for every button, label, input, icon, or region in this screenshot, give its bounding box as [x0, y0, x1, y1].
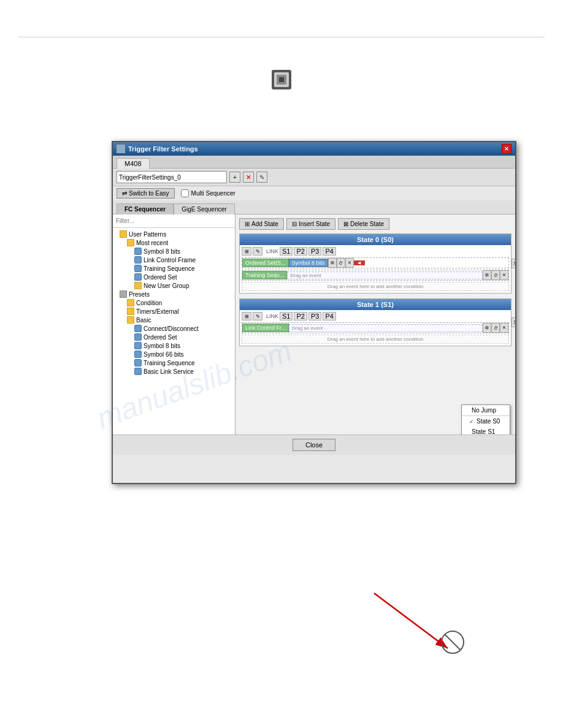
tree-basic-connect[interactable]: Connect/Disconnect — [115, 324, 233, 333]
multi-sequencer-checkbox-row[interactable]: Multi Sequencer — [181, 189, 236, 197]
folder-icon — [127, 239, 134, 246]
switch-row: ⇄ Switch to Easy Multi Sequencer — [113, 186, 515, 200]
tree-item-training[interactable]: Training Sequence — [115, 264, 233, 273]
item-label: Link Control Frame — [144, 257, 196, 264]
delete-state-label: Delete State — [350, 221, 384, 227]
state0-symbol8[interactable]: Symbol 8 bits — [289, 259, 328, 267]
tree-condition[interactable]: Condition — [115, 298, 233, 307]
state0-mini-btn1[interactable]: ⊞ — [242, 247, 251, 256]
state1-ports: LINK S1 P2 P3 P4 — [266, 312, 509, 320]
item-label: Ordered Set — [144, 334, 177, 341]
top-divider — [18, 37, 545, 37]
dialog-close-button[interactable]: ✕ — [502, 144, 511, 154]
tree-basic-symbol8[interactable]: Symbol 8 bits — [115, 341, 233, 350]
state-s1-label: State S1 — [472, 428, 495, 434]
state1-event1[interactable]: Link Control Fr... — [242, 324, 289, 332]
right-panel: ⊞ Add State ⊟ Insert State ⊠ Delete Stat… — [236, 214, 515, 434]
item-icon — [134, 342, 142, 349]
state0-mini-btn2[interactable]: ✎ — [253, 247, 262, 256]
state1-copy-btn[interactable]: ⊞ — [483, 323, 491, 333]
item-label: Ordered Set — [144, 274, 177, 281]
state0-del-btn2[interactable]: ✕ — [500, 270, 508, 280]
fc-sequencer-tab[interactable]: FC Sequencer — [117, 203, 174, 214]
state0-event2[interactable]: Training Sequ... — [242, 271, 287, 279]
state0-drag2[interactable]: Drag an event — [287, 271, 483, 279]
state0-drag-another: Drag an event here to add another condit… — [242, 282, 509, 291]
state1-toolbar: ⊞ ✎ LINK S1 P2 P3 P4 — [242, 312, 509, 320]
state1-time-btn[interactable]: ⏱ — [491, 323, 500, 333]
state1-mini-btn1[interactable]: ⊞ — [242, 312, 251, 320]
state1-drag1[interactable]: Drag an event — [289, 324, 483, 332]
item-icon — [134, 351, 142, 358]
tree-presets[interactable]: Presets — [115, 290, 233, 298]
switch-label: Switch to Easy — [129, 190, 169, 197]
item-label: Connect/Disconnect — [144, 325, 199, 332]
state0-arrow-right: ◀ — [354, 260, 365, 265]
context-state-s0[interactable]: State S0 — [462, 416, 510, 427]
tree-container[interactable]: User Patterns Most recent Symbol 8 bits … — [113, 228, 235, 434]
preset-icon — [120, 290, 127, 298]
toolbar-row: + ✕ ✎ — [113, 169, 515, 186]
item-icon — [134, 359, 142, 366]
state-1-box: State 1 (S1) ⊞ ✎ LINK S1 P2 P3 P4 — [239, 298, 511, 346]
titlebar-left: Trigger Filter Settings — [117, 145, 198, 153]
edit-settings-button[interactable]: ✎ — [256, 172, 267, 183]
state1-drag-another: Drag an event here to add another condit… — [242, 335, 509, 344]
tree-item-symbol8[interactable]: Symbol 8 bits — [115, 247, 233, 256]
tree-item-newusergroup[interactable]: New User Group — [115, 281, 233, 290]
add-settings-button[interactable]: + — [229, 172, 240, 183]
state0-time-btn2[interactable]: ⏱ — [491, 270, 500, 280]
m408-tab[interactable]: M408 — [117, 158, 150, 169]
filter-input[interactable] — [113, 214, 235, 228]
port-p3: P3 — [308, 247, 321, 256]
item-icon — [134, 256, 142, 264]
sequencer-tabs: FC Sequencer GigE Sequencer — [113, 200, 515, 214]
tree-basic-symbol66[interactable]: Symbol 66 bits — [115, 350, 233, 358]
item-label: Training Sequence — [144, 360, 195, 366]
state0-event1[interactable]: Ordered Set(S... — [242, 259, 289, 267]
state0-copy-btn2[interactable]: ⊞ — [483, 270, 491, 280]
multi-sequencer-checkbox[interactable] — [181, 189, 189, 197]
folder-icon — [127, 316, 134, 324]
switch-to-easy-button[interactable]: ⇄ Switch to Easy — [117, 188, 175, 199]
insert-state-label: Insert State — [299, 221, 330, 227]
state0-mini-btns2: ⊞ ⏱ ✕ — [483, 270, 508, 280]
tree-item-linkcontrol[interactable]: Link Control Frame — [115, 256, 233, 264]
insert-state-button[interactable]: ⊟ Insert State — [286, 218, 335, 230]
state-0-toolbar: ⊞ ✎ LINK S1 P2 P3 P4 — [242, 247, 509, 256]
left-panel: User Patterns Most recent Symbol 8 bits … — [113, 214, 236, 434]
m408-tab-row: M408 — [113, 156, 515, 169]
delete-state-button[interactable]: ⊠ Delete State — [338, 218, 389, 230]
tree-basic-orderedset[interactable]: Ordered Set — [115, 333, 233, 341]
settings-name-input[interactable] — [117, 171, 227, 183]
item-icon — [134, 265, 142, 272]
context-state-s1[interactable]: State S1 — [462, 427, 510, 434]
gige-sequencer-tab[interactable]: GigE Sequencer — [174, 203, 234, 214]
tree-timers[interactable]: Timers/External — [115, 307, 233, 316]
port-p4: P4 — [323, 247, 335, 256]
tree-item-orderedset[interactable]: Ordered Set — [115, 273, 233, 281]
state1-mini-btn2[interactable]: ✎ — [253, 312, 262, 320]
tree-most-recent[interactable]: Most recent — [115, 238, 233, 247]
tree-basic-training[interactable]: Training Sequence — [115, 358, 233, 367]
add-state-button[interactable]: ⊞ Add State — [239, 218, 284, 230]
state0-time-btn[interactable]: ⏱ — [337, 258, 345, 268]
state0-copy-btn[interactable]: ⊞ — [328, 258, 337, 268]
close-dialog-button[interactable]: Close — [293, 439, 335, 451]
context-no-jump[interactable]: No Jump — [462, 405, 510, 415]
timers-label: Timers/External — [136, 308, 179, 315]
port1-p2: P2 — [294, 312, 307, 320]
tree-user-patterns[interactable]: User Patterns — [115, 230, 233, 238]
state1-del-btn[interactable]: ✕ — [500, 323, 508, 333]
folder-icon — [134, 282, 142, 289]
item-label: Training Sequence — [144, 265, 195, 272]
tree-basic-linkservice[interactable]: Basic Link Service — [115, 367, 233, 376]
content-area: User Patterns Most recent Symbol 8 bits … — [113, 214, 515, 434]
state-s0-label: State S0 — [477, 418, 500, 425]
insert-state-icon: ⊟ — [292, 221, 297, 227]
item-label: Symbol 66 bits — [144, 351, 184, 358]
state0-del-btn[interactable]: ✕ — [345, 258, 354, 268]
state-1-inner: ⊞ ✎ LINK S1 P2 P3 P4 Link Control Fr... … — [240, 310, 511, 346]
tree-basic[interactable]: Basic — [115, 316, 233, 324]
delete-settings-button[interactable]: ✕ — [243, 172, 254, 183]
